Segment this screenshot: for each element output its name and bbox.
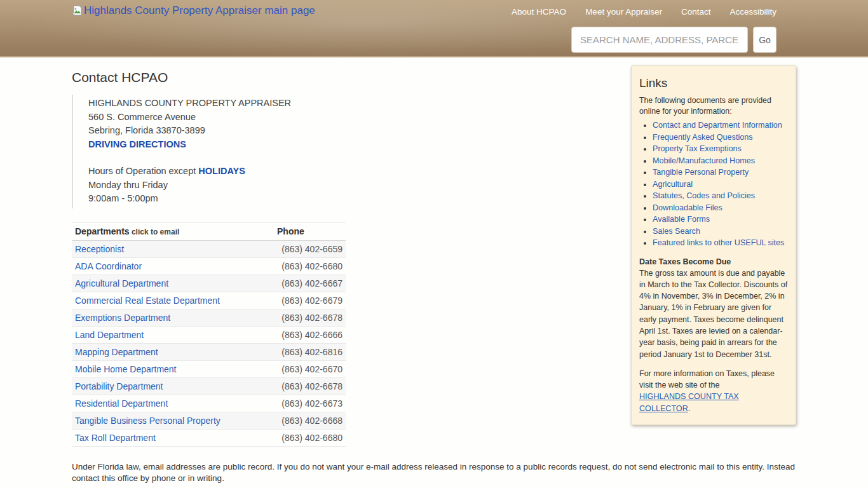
department-phone: (863) 402-6668 [274,412,346,429]
sidebar-link[interactable]: Property Tax Exemptions [653,144,742,153]
sidebar-links-list: Contact and Department Information Frequ… [639,121,788,248]
department-email-link[interactable]: Land Department [75,330,144,340]
nav-item[interactable]: Accessibility [729,7,776,17]
table-row: Receptionist (863) 402-6659 [72,240,346,257]
address-block: HIGHLANDS COUNTY PROPERTY APPRAISER 560 … [72,95,555,208]
sidebar-link-item: Available Forms [653,215,788,225]
sidebar-link[interactable]: Downloadable Files [653,203,722,212]
department-phone: (863) 402-6666 [274,326,346,343]
sidebar-link[interactable]: Sales Search [653,227,700,236]
hours-prefix: Hours of Operation except [88,166,198,176]
department-email-link[interactable]: Residential Department [75,398,168,409]
days-of-week: Monday thru Friday [88,179,555,193]
department-email-link[interactable]: Tangible Business Personal Property [75,416,220,426]
sidebar-link[interactable]: Tangible Personal Property [653,168,749,177]
department-phone: (863) 402-6659 [274,240,346,257]
office-hours: 9:00am - 5:00pm [88,192,555,206]
search-input[interactable] [571,27,748,53]
department-phone: (863) 402-6680 [274,257,346,274]
departments-table: Departments click to email Phone Recepti… [72,222,346,447]
site-logo-label: Highlands County Property Appraiser main… [84,4,315,17]
main-nav: About HCPAO Meet your Appraiser Contact … [512,7,776,17]
nav-item[interactable]: About HCPAO [512,7,566,17]
department-phone: (863) 402-6680 [274,429,346,446]
department-email-link[interactable]: Mobile Home Department [75,364,177,374]
sidebar-link-item: Tangible Personal Property [653,168,788,178]
site-logo-link[interactable]: Highlands County Property Appraiser main… [72,4,315,17]
table-row: ADA Coordinator (863) 402-6680 [72,257,346,274]
hours-line: Hours of Operation except HOLIDAYS [88,165,555,179]
table-row: Tax Roll Department (863) 402-6680 [72,429,346,446]
department-phone: (863) 402-6816 [274,343,346,360]
sidebar-link-item: Statutes, Codes and Policies [653,191,788,201]
departments-header-label: Departments [75,226,130,236]
taxes-due-heading: Date Taxes Become Due [639,257,788,266]
sidebar-link[interactable]: Agricultural [653,180,693,189]
sidebar-link-item: Frequently Asked Questions [653,133,788,143]
page-title: Contact HCPAO [72,70,555,85]
sidebar-link-item: Sales Search [653,227,788,237]
sidebar-link-item: Property Tax Exemptions [653,144,788,154]
department-phone: (863) 402-6678 [274,309,346,326]
street-address: 560 S. Commerce Avenue [88,111,555,125]
click-to-email-note: click to email [130,227,180,236]
department-phone: (863) 402-6670 [274,360,346,377]
driving-directions-link[interactable]: DRIVING DIRECTIONS [88,139,186,149]
search-bar: Go [571,27,776,53]
holidays-link[interactable]: HOLIDAYS [198,166,245,176]
city-address: Sebring, Florida 33870-3899 [88,124,555,138]
table-row: Exemptions Department (863) 402-6678 [72,309,346,326]
sidebar-link[interactable]: Contact and Department Information [653,121,782,130]
department-phone: (863) 402-6673 [274,395,346,412]
taxes-more-info: For more information on Taxes, please vi… [639,368,788,391]
department-email-link[interactable]: Agricultural Department [75,278,168,288]
table-row: Portability Department (863) 402-6678 [72,377,346,395]
sidebar-title: Links [639,76,788,90]
sidebar-link-item: Contact and Department Information [653,121,788,131]
sidebar-link[interactable]: Featured links to other USEFUL sites [653,238,784,247]
sidebar-link[interactable]: Frequently Asked Questions [653,133,753,142]
table-row: Agricultural Department (863) 402-6667 [72,274,346,292]
department-phone: (863) 402-6667 [274,274,346,292]
phone-column-header: Phone [274,222,346,240]
nav-item[interactable]: Meet your Appraiser [585,7,662,17]
table-row: Mapping Department (863) 402-6816 [72,343,346,360]
sidebar-intro: The following documents are provided onl… [639,95,788,116]
search-go-button[interactable]: Go [753,27,776,53]
taxes-due-body: The gross tax amount is due and payable … [639,268,788,360]
links-sidebar: Links The following documents are provid… [631,65,796,425]
public-records-notice: Under Florida law, email addresses are p… [72,461,796,485]
department-email-link[interactable]: Exemptions Department [75,313,170,323]
department-email-link[interactable]: Mapping Department [75,347,158,357]
sidebar-link-item: Featured links to other USEFUL sites [653,238,788,248]
department-email-link[interactable]: Tax Roll Department [75,433,156,443]
sidebar-link[interactable]: Mobile/Manufactured Homes [653,156,755,165]
departments-column-header: Departments click to email [72,222,274,240]
department-phone: (863) 402-6679 [274,292,346,309]
table-header-row: Departments click to email Phone [72,222,346,240]
department-phone: (863) 402-6678 [274,377,346,395]
collector-suffix: . [688,404,691,413]
table-row: Residential Department (863) 402-6673 [72,395,346,412]
table-row: Commercial Real Estate Department (863) … [72,292,346,309]
table-row: Mobile Home Department (863) 402-6670 [72,360,346,377]
collector-line: HIGHLANDS COUNTY TAX COLLECTOR. [639,391,788,414]
department-email-link[interactable]: Portability Department [75,381,163,391]
table-row: Tangible Business Personal Property (863… [72,412,346,429]
sidebar-link[interactable]: Statutes, Codes and Policies [653,191,755,200]
department-email-link[interactable]: Receptionist [75,244,124,254]
org-name: HIGHLANDS COUNTY PROPERTY APPRAISER [88,97,555,111]
site-header: Highlands County Property Appraiser main… [0,0,868,58]
nav-item[interactable]: Contact [681,7,711,17]
sidebar-link-item: Mobile/Manufactured Homes [653,156,788,166]
sidebar-link-item: Agricultural [653,180,788,190]
broken-image-icon [72,5,82,16]
department-email-link[interactable]: Commercial Real Estate Department [75,295,220,306]
sidebar-link-item: Downloadable Files [653,203,788,214]
table-row: Land Department (863) 402-6666 [72,326,346,343]
sidebar-link[interactable]: Available Forms [653,215,710,224]
department-email-link[interactable]: ADA Coordinator [75,261,142,271]
